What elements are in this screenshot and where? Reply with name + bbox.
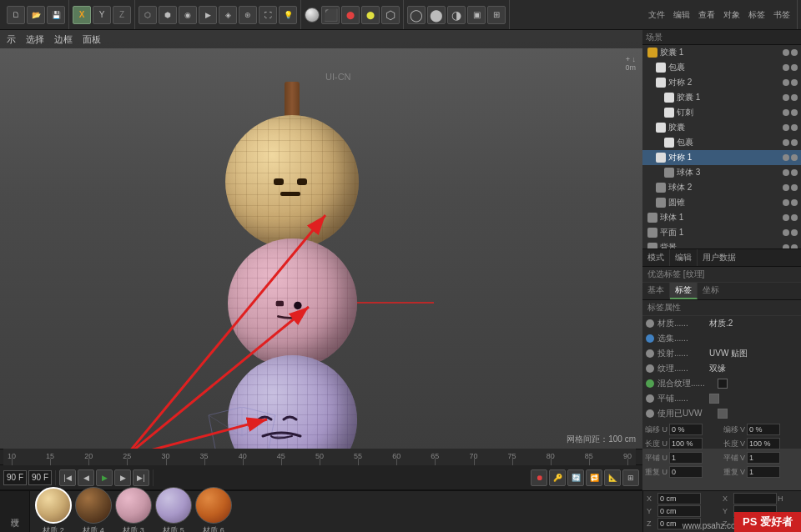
- next-frame-btn[interactable]: ▶: [114, 469, 131, 486]
- prop-check-tile[interactable]: [709, 394, 719, 404]
- lock-dot[interactable]: [791, 184, 798, 191]
- vp-menu-show[interactable]: 示: [7, 33, 16, 46]
- material-ball[interactable]: [115, 487, 152, 524]
- lock-dot[interactable]: [791, 199, 798, 206]
- obj-btn4[interactable]: ▶: [199, 6, 217, 24]
- visibility-dot[interactable]: [783, 214, 789, 221]
- menu-tag[interactable]: 标签: [745, 9, 768, 21]
- vp-menu-panel[interactable]: 面板: [83, 33, 101, 46]
- tree-item[interactable]: 圆锥: [642, 195, 801, 210]
- prop-check-blend[interactable]: [718, 379, 728, 389]
- lock-dot[interactable]: [791, 229, 798, 236]
- input-repeat-u[interactable]: [669, 466, 703, 478]
- input-x-pos[interactable]: [657, 493, 701, 504]
- lock-dot[interactable]: [791, 154, 798, 161]
- tree-item[interactable]: 球体 1: [642, 210, 801, 225]
- select-btn[interactable]: X: [73, 6, 91, 24]
- key-btn[interactable]: 🔑: [549, 469, 566, 486]
- subtab-coord[interactable]: 坐标: [698, 283, 724, 299]
- material-ball[interactable]: [155, 487, 192, 524]
- visibility-dot[interactable]: [783, 79, 789, 86]
- timeline-ruler[interactable]: 1015202530354045505560657075808590: [3, 449, 636, 465]
- visibility-dot[interactable]: [783, 184, 789, 191]
- viewport[interactable]: 示 选择 边框 面板 + ↓ 0m: [0, 30, 642, 449]
- lock-dot[interactable]: [791, 214, 798, 221]
- play-btn[interactable]: ▶: [96, 469, 113, 486]
- input-h-size[interactable]: [733, 493, 777, 504]
- menu-obj[interactable]: 对象: [720, 9, 743, 21]
- visibility-dot[interactable]: [783, 109, 789, 116]
- visibility-dot[interactable]: [783, 229, 789, 236]
- tree-item[interactable]: 包裹: [642, 135, 801, 150]
- view-btn2[interactable]: ⬤: [427, 6, 446, 24]
- menu-file[interactable]: 文件: [645, 9, 668, 21]
- grid-btn[interactable]: ⊞: [622, 469, 639, 486]
- obj-btn2[interactable]: ⬢: [159, 6, 177, 24]
- light-btn[interactable]: ⬤: [361, 6, 380, 24]
- input-length-v[interactable]: [747, 438, 780, 449]
- menu-bookmark[interactable]: 书签: [770, 9, 793, 21]
- rotate-btn[interactable]: Z: [113, 6, 131, 24]
- obj-btn6[interactable]: ⊛: [239, 6, 257, 24]
- obj-btn3[interactable]: ◉: [179, 6, 197, 24]
- motion-btn[interactable]: 📐: [604, 469, 621, 486]
- visibility-dot[interactable]: [783, 124, 789, 131]
- vp-menu-border[interactable]: 边框: [54, 33, 73, 46]
- lock-dot[interactable]: [791, 124, 798, 131]
- visibility-dot[interactable]: [783, 49, 789, 56]
- view-btn5[interactable]: ⊞: [487, 6, 506, 24]
- lock-dot[interactable]: [791, 64, 798, 71]
- view-btn3[interactable]: ◑: [447, 6, 466, 24]
- tab-edit[interactable]: 编辑: [670, 249, 698, 266]
- view-btn4[interactable]: ▣: [467, 6, 486, 24]
- visibility-dot[interactable]: [783, 244, 789, 248]
- lock-dot[interactable]: [791, 49, 798, 56]
- lock-dot[interactable]: [791, 94, 798, 101]
- cam-btn[interactable]: ⬤: [341, 6, 360, 24]
- tree-item[interactable]: 胶囊 1: [642, 90, 801, 105]
- view-btn1[interactable]: ◯: [407, 6, 426, 24]
- tree-item[interactable]: 胶囊: [642, 120, 801, 135]
- visibility-dot[interactable]: [783, 139, 789, 146]
- go-start-btn[interactable]: |◀: [59, 469, 76, 486]
- sphere-btn[interactable]: [305, 8, 320, 23]
- visibility-dot[interactable]: [783, 154, 789, 161]
- tree-item[interactable]: 球体 2: [642, 180, 801, 195]
- input-length-u[interactable]: [669, 438, 703, 449]
- obj-btn5[interactable]: ◈: [219, 6, 237, 24]
- material-ball[interactable]: [35, 487, 72, 524]
- tree-item[interactable]: 包裹: [642, 60, 801, 75]
- move-btn[interactable]: Y: [93, 6, 111, 24]
- input-repeat-v[interactable]: [747, 466, 780, 478]
- tree-item[interactable]: 平面 1: [642, 225, 801, 240]
- material-ball[interactable]: [195, 487, 232, 524]
- lock-dot[interactable]: [791, 109, 798, 116]
- vp-menu-select[interactable]: 选择: [26, 33, 44, 46]
- tab-mode[interactable]: 模式: [642, 249, 670, 266]
- input-y-pos[interactable]: [657, 505, 701, 517]
- input-tile-u[interactable]: [669, 452, 703, 464]
- obj-btn8[interactable]: 💡: [279, 6, 297, 24]
- prev-frame-btn[interactable]: ◀: [78, 469, 94, 486]
- frame-end-input[interactable]: [28, 470, 52, 485]
- loop-btn[interactable]: 🔁: [586, 469, 602, 486]
- prop-check-uvw[interactable]: [718, 409, 728, 419]
- visibility-dot[interactable]: [783, 94, 789, 101]
- open-btn[interactable]: 📂: [27, 6, 45, 24]
- lock-dot[interactable]: [791, 79, 798, 86]
- input-offset-v[interactable]: [747, 424, 780, 435]
- go-end-btn[interactable]: ▶|: [133, 469, 149, 486]
- tree-item[interactable]: 背景: [642, 240, 801, 248]
- menu-edit[interactable]: 编辑: [670, 9, 693, 21]
- visibility-dot[interactable]: [783, 199, 789, 206]
- tree-item[interactable]: 球体 3: [642, 165, 801, 180]
- tree-item[interactable]: 胶囊 1: [642, 45, 801, 60]
- tree-item[interactable]: 对称 2: [642, 75, 801, 90]
- new-btn[interactable]: 🗋: [7, 6, 25, 24]
- tab-userdata[interactable]: 用户数据: [698, 249, 741, 266]
- render-btn[interactable]: ⬡: [381, 6, 400, 24]
- tree-item[interactable]: 对称 1: [642, 150, 801, 165]
- input-tile-v[interactable]: [747, 452, 780, 464]
- lock-dot[interactable]: [791, 169, 798, 176]
- obj-btn7[interactable]: ⛶: [259, 6, 277, 24]
